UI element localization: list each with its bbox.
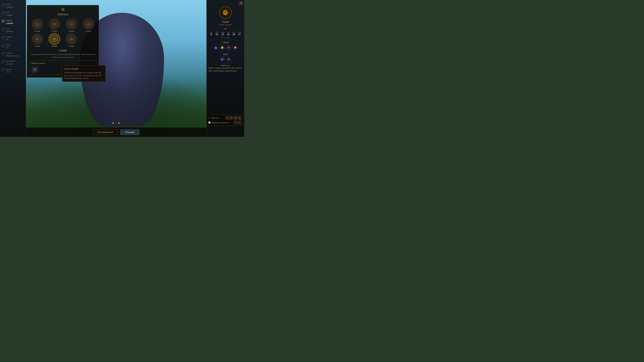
randomise-icon: 🔄 xyxy=(208,121,211,124)
rotate-right-button[interactable]: ↻ xyxy=(128,121,133,126)
camera-controls: 🔍 🔍 ↺ ↻ xyxy=(111,121,133,126)
stat-wis-label: WIS xyxy=(232,31,235,33)
subrace-option-2[interactable]: Goliath xyxy=(64,18,79,32)
subrace-option-1-name: Goliath xyxy=(52,30,57,32)
weapons-value: Daggers, Quarterstaffs, Light Crossbows xyxy=(216,67,242,69)
stat-cha: CHA 17 xyxy=(238,31,241,36)
subrace-option-5[interactable]: Goliath xyxy=(46,33,62,47)
skills-label: Skills xyxy=(208,70,212,72)
subrace-icon-0 xyxy=(32,18,43,29)
skills-value: Arcana, Religion, Insight, Persuasion xyxy=(213,70,237,72)
shield-icon: 🛡 xyxy=(221,37,223,39)
svg-point-15 xyxy=(70,38,72,40)
cantrip-2[interactable] xyxy=(219,44,225,50)
cantrip-3[interactable] xyxy=(226,44,232,50)
sidebar-item-subrace[interactable]: ✓ Subrace Goliath xyxy=(0,18,26,26)
subrace-option-3[interactable]: Goliath xyxy=(81,18,96,32)
sidebar-label-class: Class Sorcerer xyxy=(6,27,13,33)
sidebar-item-cantrips[interactable]: ✓ Cantrips 4/4 xyxy=(0,34,26,42)
body-type-4[interactable]: IV xyxy=(238,116,242,120)
sidebar-check-background: ✓ xyxy=(2,60,5,63)
heart-icon: ♥ xyxy=(227,37,228,39)
tooltip-desc: When you take damage from a creature wit… xyxy=(64,71,104,80)
stat-con-label: CON xyxy=(221,31,224,33)
proceed-button[interactable]: Proceed xyxy=(120,129,139,135)
stat-str-label: STR xyxy=(210,31,212,33)
stat-wis: WIS 10 xyxy=(232,31,235,36)
body-type-3[interactable]: III xyxy=(234,116,237,120)
stat-con-value: 15 xyxy=(221,33,224,36)
subrace-option-1[interactable]: Goliath xyxy=(46,18,62,32)
close-button[interactable]: ✕ xyxy=(239,1,243,5)
subrace-icon-6 xyxy=(66,33,77,44)
selected-subrace-title: Goliath xyxy=(30,49,96,52)
svg-point-24 xyxy=(222,59,223,60)
randomise-row: 🔄 Randomise Appearance ‹ › xyxy=(208,121,242,124)
sidebar-check-abilities: ✓ xyxy=(2,68,5,71)
cantrips-row xyxy=(208,44,242,50)
subrace-icon-3 xyxy=(83,18,94,29)
spell-1[interactable] xyxy=(219,56,225,62)
sidebar-item-origin[interactable]: ✓ Origin Custom xyxy=(0,2,26,10)
nav-arrow-prev[interactable]: ‹ xyxy=(234,121,237,124)
stat-cha-label: CHA xyxy=(238,31,241,33)
rotate-left-button[interactable]: ↺ xyxy=(122,121,127,126)
subrace-option-4[interactable]: Goliath xyxy=(30,33,45,47)
sidebar-label-cantrips: Cantrips 4/4 xyxy=(6,35,12,41)
sidebar-item-background[interactable]: ✓ Background Acolyte xyxy=(0,58,26,66)
subrace-feature-icon[interactable] xyxy=(31,66,38,73)
ac-item: 🛡 +1 xyxy=(221,37,226,39)
weapons-text: Weapons - Daggers, Quarterstaffs, Light … xyxy=(208,67,242,69)
subrace-grid: Goliath Goliath Goliath xyxy=(30,18,96,47)
subrace-option-3-name: Goliath xyxy=(86,30,91,32)
character-star: ★ xyxy=(208,27,242,30)
body-type-2[interactable]: II xyxy=(230,116,233,120)
spell-2[interactable] xyxy=(226,56,232,62)
zoom-in-button[interactable]: 🔍 xyxy=(117,121,122,126)
zoom-out-button[interactable]: 🔍 xyxy=(111,121,116,126)
body-type-icons: I II III IV xyxy=(225,116,242,120)
svg-point-11 xyxy=(36,38,38,40)
svg-point-22 xyxy=(222,47,223,48)
sidebar-check-spells: ✓ xyxy=(2,44,5,47)
sidebar-item-race[interactable]: ✓ Race Goliath xyxy=(0,10,26,18)
selected-subrace-desc: Towering over most folk, Goliaths are di… xyxy=(30,53,96,58)
ac-value: +1 xyxy=(224,37,226,39)
svg-point-9 xyxy=(88,23,90,25)
hp-bar-row: 🛡 +1 ♥ 8 xyxy=(208,37,242,39)
nav-arrow-next[interactable]: › xyxy=(238,121,242,124)
subrace-option-6[interactable]: Goliath xyxy=(64,33,79,47)
subrace-option-4-name: Goliath xyxy=(34,45,40,47)
sidebar-label-spells: Spells 2/2 xyxy=(6,43,10,49)
bottom-bar: Edit Appearance Proceed xyxy=(26,128,206,137)
body-type-1[interactable]: I xyxy=(225,116,229,120)
svg-point-1 xyxy=(62,9,64,10)
skills-text: Skills - Arcana, Religion, Insight, Pers… xyxy=(208,70,242,72)
sidebar-item-spells[interactable]: ✓ Spells 2/2 xyxy=(0,42,26,50)
sidebar-label-background: Background Acolyte xyxy=(6,60,15,65)
hp-item: ♥ 8 xyxy=(227,37,230,39)
subrace-features-label: Subrace Features xyxy=(31,62,95,64)
cantrip-4[interactable] xyxy=(232,44,238,50)
body-type-label: 🚶 Body Type xyxy=(208,117,220,119)
stat-cha-value: 17 xyxy=(238,33,241,36)
sidebar-label-race: Race Goliath xyxy=(6,11,12,16)
svg-point-7 xyxy=(70,23,72,25)
cantrip-1[interactable] xyxy=(213,44,218,50)
stat-int-label: INT xyxy=(227,31,230,33)
subrace-option-5-name: Goliath xyxy=(52,45,57,47)
sidebar-item-class[interactable]: ✓ Class Sorcerer xyxy=(0,26,26,34)
sidebar-item-subclass[interactable]: ✓ Subclass Storm Sorcery xyxy=(0,50,26,58)
sidebar-label-abilities: Abilities 27/27 xyxy=(6,68,12,73)
sidebar-check-subclass: ✓ xyxy=(2,52,5,55)
sidebar-item-abilities[interactable]: ✓ Abilities 27/27 xyxy=(0,67,26,75)
edit-appearance-button[interactable]: Edit Appearance xyxy=(93,129,118,135)
subrace-option-0[interactable]: Goliath xyxy=(30,18,45,32)
subrace-panel-icon xyxy=(30,8,96,12)
spells-row xyxy=(208,56,242,62)
sidebar-check-cantrips: ✓ xyxy=(2,36,5,39)
person-icon: 🚶 xyxy=(208,117,211,119)
subrace-icon-1 xyxy=(49,18,60,29)
subrace-option-0-name: Goliath xyxy=(34,30,40,32)
character-emblem xyxy=(219,6,232,19)
